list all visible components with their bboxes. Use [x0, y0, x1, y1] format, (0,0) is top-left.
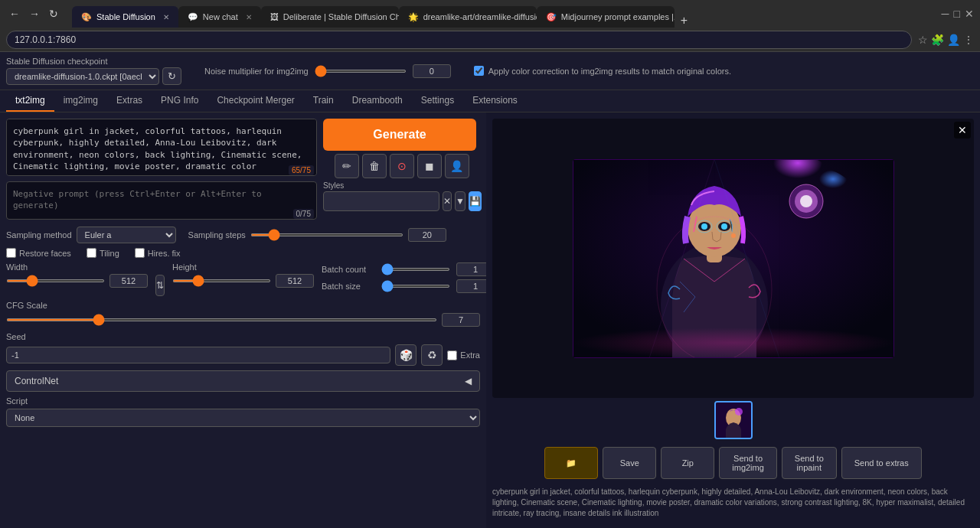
- positive-prompt-input[interactable]: [6, 119, 317, 176]
- window-minimize[interactable]: ─: [942, 8, 949, 20]
- swap-dimensions-button[interactable]: ⇅: [155, 275, 165, 296]
- address-text: 127.0.0.1:7860: [15, 34, 76, 45]
- window-maximize[interactable]: □: [954, 8, 960, 20]
- height-slider[interactable]: [172, 279, 271, 282]
- tab-label-4: dreamlike-art/dreamlike-diffusion...: [423, 12, 537, 21]
- controlnet-row[interactable]: ControlNet ◀: [6, 370, 480, 392]
- open-folder-button[interactable]: 📁: [544, 447, 598, 479]
- extra-checkbox[interactable]: [447, 350, 457, 360]
- styles-apply-button[interactable]: ▼: [455, 191, 466, 211]
- send-to-img2img-button[interactable]: Send to img2img: [719, 447, 777, 479]
- tab-png-info[interactable]: PNG Info: [152, 90, 207, 112]
- width-input[interactable]: [109, 274, 148, 288]
- reload-button[interactable]: ↻: [46, 6, 61, 21]
- script-select[interactable]: None: [6, 409, 480, 427]
- batch-size-input[interactable]: [456, 279, 486, 293]
- forward-button[interactable]: →: [26, 6, 43, 21]
- seed-label: Seed: [6, 332, 26, 341]
- browser-window-controls[interactable]: ← → ↻: [6, 6, 61, 21]
- tab-deliberate[interactable]: 🖼 Deliberate | Stable Diffusion Che... ✕: [261, 6, 399, 28]
- tab-extras[interactable]: Extras: [107, 90, 152, 112]
- tab-dreamlike[interactable]: 🌟 dreamlike-art/dreamlike-diffusion... ✕: [399, 6, 537, 28]
- tab-checkpoint-merger[interactable]: Checkpoint Merger: [207, 90, 303, 112]
- tab-close-1[interactable]: ✕: [163, 13, 169, 21]
- restore-faces-checkbox[interactable]: [6, 248, 16, 258]
- tab-settings[interactable]: Settings: [412, 90, 463, 112]
- save-button[interactable]: Save: [603, 447, 656, 479]
- left-panel: 65/75 0/75 Generate ✏ 🗑 ⊙: [0, 112, 486, 528]
- controlnet-toggle-icon: ◀: [465, 376, 472, 386]
- action-icon-red[interactable]: ⊙: [390, 154, 414, 178]
- tab-midjourney[interactable]: 🎯 Midjourney prompt examples |... ✕: [537, 6, 675, 28]
- tab-stable-diffusion[interactable]: 🎨 Stable Diffusion ✕: [72, 6, 178, 28]
- negative-prompt-input[interactable]: [6, 181, 317, 220]
- styles-clear-button[interactable]: ✕: [443, 191, 452, 211]
- noise-value-input[interactable]: [413, 64, 451, 78]
- extensions-icon[interactable]: 🧩: [931, 34, 944, 46]
- bottom-buttons: 📁 Save Zip Send to img2img Send to inpai…: [492, 442, 974, 484]
- styles-row: ✕ ▼ 💾: [323, 191, 480, 211]
- checkpoint-select[interactable]: dreamlike-diffusion-1.0.ckpt [0aecbcfa2c…: [6, 68, 159, 85]
- styles-input[interactable]: [323, 191, 439, 211]
- noise-slider[interactable]: [315, 70, 407, 73]
- tab-close-2[interactable]: ✕: [246, 13, 252, 21]
- image-container: ✕: [492, 119, 974, 398]
- prompt-section: 65/75 0/75: [6, 119, 317, 222]
- hires-fix-checkbox-item: Hires. fix: [135, 248, 181, 258]
- action-icon-pen[interactable]: ✏: [335, 154, 359, 178]
- cfg-input[interactable]: [442, 313, 480, 327]
- checkpoint-refresh-button[interactable]: ↻: [162, 67, 181, 85]
- styles-section: Styles ✕ ▼ 💾: [323, 181, 480, 211]
- sampling-method-label: Sampling method: [6, 230, 72, 240]
- send-to-extras-button[interactable]: Send to extras: [841, 447, 922, 479]
- sampling-steps-label: Sampling steps: [188, 230, 246, 240]
- batch-size-slider[interactable]: [381, 285, 450, 288]
- generate-button[interactable]: Generate: [323, 119, 476, 151]
- close-image-button[interactable]: ✕: [954, 122, 971, 139]
- bookmark-icon[interactable]: ☆: [918, 34, 928, 46]
- tab-label-3: Deliberate | Stable Diffusion Che...: [283, 12, 399, 21]
- controlnet-label: ControlNet: [15, 376, 58, 386]
- back-button[interactable]: ←: [6, 6, 23, 21]
- zip-button[interactable]: Zip: [661, 447, 714, 479]
- window-close[interactable]: ✕: [965, 8, 974, 20]
- sampling-steps-slider[interactable]: [250, 233, 403, 236]
- tiling-checkbox[interactable]: [87, 248, 96, 258]
- batch-count-input[interactable]: [456, 262, 486, 276]
- tab-new-chat[interactable]: 💬 New chat ✕: [178, 6, 261, 28]
- thumbnail-1[interactable]: [714, 401, 753, 439]
- color-correction-checkbox[interactable]: [474, 66, 484, 76]
- styles-save-button[interactable]: 💾: [469, 191, 482, 211]
- generated-image: [573, 159, 894, 358]
- tab-dreambooth[interactable]: Dreambooth: [343, 90, 412, 112]
- image-caption: cyberpunk girl in jacket, colorful tatto…: [492, 484, 974, 522]
- seed-input[interactable]: [6, 347, 390, 363]
- sampling-steps-input[interactable]: [408, 228, 446, 242]
- tab-extensions[interactable]: Extensions: [463, 90, 527, 112]
- profile-icon[interactable]: 👤: [947, 34, 960, 46]
- tab-txt2img[interactable]: txt2img: [6, 90, 54, 112]
- content-area: 65/75 0/75 Generate ✏ 🗑 ⊙: [0, 112, 980, 528]
- width-slider[interactable]: [6, 279, 105, 282]
- new-tab-button[interactable]: +: [675, 14, 694, 28]
- sampling-method-select[interactable]: Euler a: [77, 227, 176, 243]
- action-icon-person[interactable]: 👤: [445, 154, 469, 178]
- height-input[interactable]: [276, 274, 314, 288]
- address-bar[interactable]: 127.0.0.1:7860: [6, 31, 912, 49]
- menu-icon[interactable]: ⋮: [963, 34, 974, 46]
- action-icon-black[interactable]: ◼: [417, 154, 442, 178]
- seed-recycle-button[interactable]: ♻: [421, 344, 443, 366]
- batch-count-slider[interactable]: [381, 268, 450, 271]
- seed-section: Seed 🎲 ♻ Extra: [6, 331, 480, 366]
- action-icon-trash[interactable]: 🗑: [362, 154, 387, 178]
- batch-col: Batch count Batch size: [322, 262, 486, 293]
- tab-img2img[interactable]: img2img: [54, 90, 107, 112]
- svg-point-15: [800, 195, 812, 207]
- cfg-slider[interactable]: [6, 318, 437, 321]
- tab-train[interactable]: Train: [304, 90, 343, 112]
- seed-dice-button[interactable]: 🎲: [395, 344, 416, 366]
- hires-fix-checkbox[interactable]: [135, 248, 145, 258]
- top-row-layout: 65/75 0/75 Generate ✏ 🗑 ⊙: [6, 119, 480, 222]
- noise-section: Noise multiplier for img2img: [204, 64, 451, 78]
- send-to-inpaint-button[interactable]: Send to inpaint: [782, 447, 837, 479]
